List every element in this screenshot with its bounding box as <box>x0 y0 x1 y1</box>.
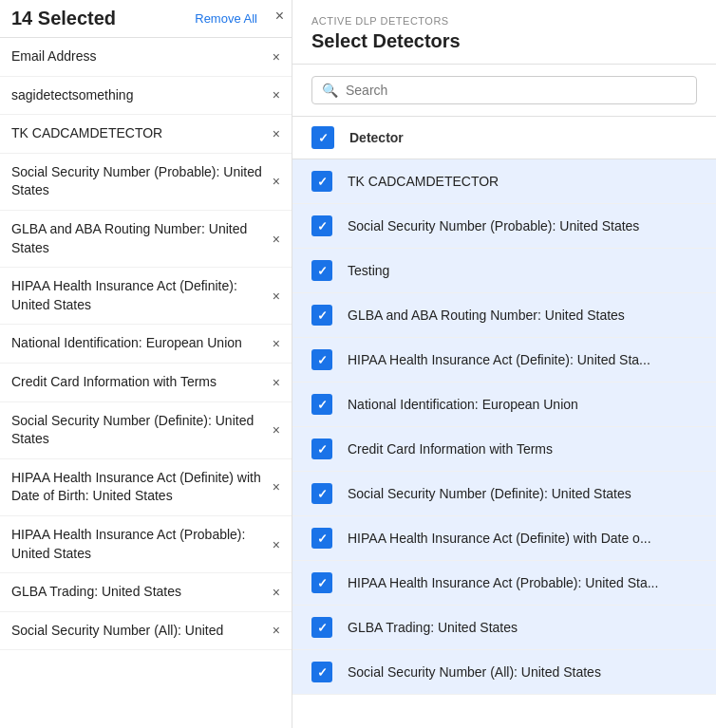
detector-row: ✓HIPAA Health Insurance Act (Definite): … <box>292 338 716 383</box>
detector-list: ✓ Detector ✓TK CADCAMDETECTOR✓Social Sec… <box>292 117 716 728</box>
list-item-text: HIPAA Health Insurance Act (Definite) wi… <box>11 469 265 506</box>
detector-name: HIPAA Health Insurance Act (Definite): U… <box>348 352 697 367</box>
checkmark-icon: ✓ <box>317 576 328 590</box>
detector-row: ✓Social Security Number (All): United St… <box>292 650 716 695</box>
detector-row: ✓Credit Card Information with Terms <box>292 427 716 472</box>
list-item: Email Address× <box>0 38 292 77</box>
list-item: HIPAA Health Insurance Act (Probable): U… <box>0 516 292 573</box>
list-item: HIPAA Health Insurance Act (Definite) wi… <box>0 459 292 516</box>
list-item: GLBA and ABA Routing Number: United Stat… <box>0 211 292 268</box>
list-item: HIPAA Health Insurance Act (Definite): U… <box>0 268 292 325</box>
remove-item-icon[interactable]: × <box>273 336 280 351</box>
search-icon: 🔍 <box>322 83 338 98</box>
selected-count: 14 Selected <box>11 8 116 29</box>
detector-checkbox[interactable]: ✓ <box>311 394 332 415</box>
detector-checkbox[interactable]: ✓ <box>311 528 332 549</box>
list-item-text: Social Security Number (All): United <box>11 622 265 641</box>
remove-item-icon[interactable]: × <box>273 289 280 304</box>
list-item: TK CADCAMDETECTOR× <box>0 115 292 154</box>
list-item: Credit Card Information with Terms× <box>0 364 292 402</box>
detector-checkbox[interactable]: ✓ <box>311 483 332 504</box>
detector-row: ✓Social Security Number (Definite): Unit… <box>292 472 716 516</box>
detector-row: ✓GLBA and ABA Routing Number: United Sta… <box>292 293 716 338</box>
checkmark-icon: ✓ <box>317 621 328 635</box>
search-input[interactable] <box>346 83 687 98</box>
list-item: Social Security Number (All): United× <box>0 612 292 651</box>
remove-item-icon[interactable]: × <box>273 375 280 390</box>
detector-row: ✓TK CADCAMDETECTOR <box>292 159 716 204</box>
detector-checkbox[interactable]: ✓ <box>311 439 332 459</box>
list-item-text: National Identification: European Union <box>11 334 265 353</box>
remove-item-icon[interactable]: × <box>273 537 280 552</box>
detector-checkbox[interactable]: ✓ <box>311 260 332 281</box>
detector-name: HIPAA Health Insurance Act (Definite) wi… <box>348 531 697 546</box>
checkmark-icon: ✓ <box>317 487 328 501</box>
list-item-text: HIPAA Health Insurance Act (Probable): U… <box>11 526 265 563</box>
detector-row: ✓Testing <box>292 249 716 293</box>
detector-name: National Identification: European Union <box>348 397 697 412</box>
detector-name: GLBA Trading: United States <box>348 620 697 635</box>
list-item: Social Security Number (Definite): Unite… <box>0 402 292 459</box>
list-item-text: Social Security Number (Probable): Unite… <box>11 163 265 200</box>
detector-checkbox[interactable]: ✓ <box>311 572 332 593</box>
detector-name: Social Security Number (Probable): Unite… <box>348 218 697 233</box>
remove-item-icon[interactable]: × <box>273 232 280 247</box>
detector-checkbox[interactable]: ✓ <box>311 617 332 638</box>
detector-column-header: Detector <box>349 130 404 145</box>
detector-checkbox[interactable]: ✓ <box>311 662 332 682</box>
checkmark-icon: ✓ <box>317 353 328 367</box>
right-header-subtitle: ACTIVE DLP DETECTORS <box>311 15 697 27</box>
list-item-text: HIPAA Health Insurance Act (Definite): U… <box>11 277 265 314</box>
detector-checkbox[interactable]: ✓ <box>311 171 332 192</box>
detector-row: ✓GLBA Trading: United States <box>292 606 716 650</box>
detector-row: ✓HIPAA Health Insurance Act (Definite) w… <box>292 516 716 561</box>
detector-row: ✓HIPAA Health Insurance Act (Probable): … <box>292 561 716 606</box>
detector-name: HIPAA Health Insurance Act (Probable): U… <box>348 575 697 590</box>
checkmark-icon: ✓ <box>318 131 329 145</box>
remove-item-icon[interactable]: × <box>273 585 280 600</box>
list-item: GLBA Trading: United States× <box>0 573 292 612</box>
left-list: Email Address×sagidetectsomething×TK CAD… <box>0 38 292 728</box>
detector-checkbox[interactable]: ✓ <box>311 215 332 236</box>
right-header-title: Select Detectors <box>311 30 697 52</box>
list-item-text: GLBA Trading: United States <box>11 583 265 602</box>
remove-item-icon[interactable]: × <box>273 126 280 141</box>
remove-all-button[interactable]: Remove All <box>195 11 257 26</box>
list-item-text: Credit Card Information with Terms <box>11 373 265 392</box>
list-item: National Identification: European Union× <box>0 325 292 364</box>
detector-name: TK CADCAMDETECTOR <box>348 174 697 189</box>
remove-item-icon[interactable]: × <box>273 623 280 638</box>
search-box: 🔍 <box>311 76 697 104</box>
remove-item-icon[interactable]: × <box>273 479 280 495</box>
checkmark-icon: ✓ <box>317 308 328 323</box>
detector-checkbox[interactable]: ✓ <box>311 305 332 326</box>
detector-checkbox[interactable]: ✓ <box>311 349 332 370</box>
list-item-text: sagidetectsomething <box>11 86 265 105</box>
checkmark-icon: ✓ <box>317 219 328 233</box>
detector-header-row: ✓ Detector <box>292 117 716 159</box>
close-icon[interactable]: × <box>275 8 284 25</box>
right-header: ACTIVE DLP DETECTORS Select Detectors <box>292 0 716 65</box>
detector-name: Social Security Number (All): United Sta… <box>348 664 697 680</box>
remove-item-icon[interactable]: × <box>273 49 280 65</box>
list-item: Social Security Number (Probable): Unite… <box>0 154 292 211</box>
detector-row: ✓National Identification: European Union <box>292 383 716 427</box>
list-item-text: Email Address <box>11 47 265 66</box>
list-item-text: GLBA and ABA Routing Number: United Stat… <box>11 220 265 257</box>
list-item-text: TK CADCAMDETECTOR <box>11 124 265 143</box>
detector-name: Credit Card Information with Terms <box>348 441 697 457</box>
checkmark-icon: ✓ <box>317 442 328 457</box>
checkmark-icon: ✓ <box>317 264 328 278</box>
right-panel: ACTIVE DLP DETECTORS Select Detectors 🔍 … <box>292 0 716 728</box>
detector-name: Social Security Number (Definite): Unite… <box>348 486 697 501</box>
detector-all-checkbox[interactable]: ✓ <box>311 126 334 149</box>
search-container: 🔍 <box>292 65 716 117</box>
remove-item-icon[interactable]: × <box>273 422 280 438</box>
remove-item-icon[interactable]: × <box>273 87 280 103</box>
left-panel: 14 Selected Remove All × Email Address×s… <box>0 0 292 728</box>
remove-item-icon[interactable]: × <box>273 174 280 189</box>
detector-name: Testing <box>348 263 697 278</box>
list-item: sagidetectsomething× <box>0 77 292 116</box>
detector-name: GLBA and ABA Routing Number: United Stat… <box>348 308 697 323</box>
checkmark-icon: ✓ <box>317 175 328 189</box>
